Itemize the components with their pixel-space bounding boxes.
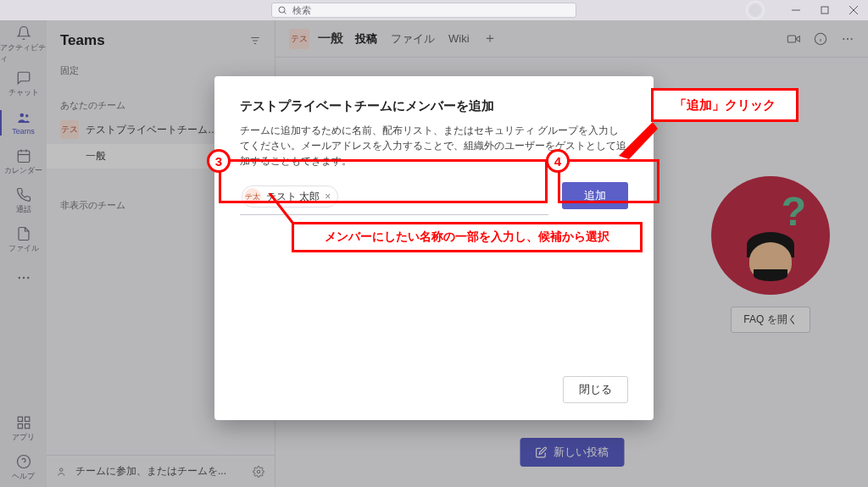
rail-help[interactable]: ヘルプ — [0, 448, 47, 487]
rail-calls[interactable]: 通話 — [0, 181, 47, 220]
rail-activity[interactable]: アクティビティ — [0, 25, 47, 64]
modal-description: チームに追加するために名前、配布リスト、またはセキュリティ グループを入力してく… — [240, 123, 628, 169]
rail-label: アクティビティ — [0, 42, 47, 64]
filter-icon[interactable] — [249, 35, 261, 47]
more-header-icon[interactable] — [841, 32, 854, 46]
people-icon — [57, 466, 69, 478]
search-placeholder: 検索 — [292, 4, 311, 17]
rail-label: 通話 — [16, 204, 31, 215]
svg-rect-17 — [25, 423, 29, 428]
apps-icon — [16, 415, 31, 430]
svg-point-12 — [18, 277, 19, 279]
teams-icon — [16, 110, 31, 125]
annotation-number-3: 3 — [207, 149, 231, 173]
user-avatar[interactable] — [746, 1, 765, 19]
global-search[interactable]: 検索 — [271, 3, 576, 18]
annotation-number-4: 4 — [546, 149, 570, 173]
info-icon[interactable] — [814, 32, 827, 46]
svg-point-32 — [847, 37, 849, 39]
calendar-icon — [16, 148, 31, 163]
annotation-note-add: 「追加」クリック — [651, 88, 798, 122]
faq-illustration: ? FAQ を開く — [698, 176, 843, 333]
tab-files[interactable]: ファイル — [391, 31, 435, 47]
window-maximize-button[interactable] — [810, 0, 839, 20]
svg-rect-3 — [821, 7, 828, 14]
faq-open-button[interactable]: FAQ を開く — [731, 307, 810, 333]
rail-chat[interactable]: チャット — [0, 64, 47, 103]
rail-more[interactable] — [0, 259, 47, 298]
tab-posts[interactable]: 投稿 — [355, 31, 377, 47]
svg-rect-18 — [18, 423, 22, 428]
rail-apps[interactable]: アプリ — [0, 409, 47, 448]
rail-files[interactable]: ファイル — [0, 220, 47, 259]
rail-label: チャット — [8, 87, 39, 98]
team-name: テストプライベートチーム… — [86, 123, 218, 137]
window-minimize-button[interactable] — [782, 0, 810, 20]
svg-rect-16 — [25, 417, 29, 421]
svg-point-14 — [27, 277, 29, 279]
video-icon[interactable] — [787, 32, 800, 46]
channels-footer: チームに参加、またはチームを... — [47, 455, 275, 487]
chip-avatar: テ太 — [244, 188, 261, 205]
window-close-button[interactable] — [839, 0, 868, 20]
file-icon — [16, 226, 31, 241]
svg-point-19 — [17, 455, 30, 468]
new-post-button[interactable]: 新しい投稿 — [520, 438, 624, 467]
help-icon — [16, 454, 31, 469]
compose-icon — [535, 446, 547, 458]
rail-label: カレンダー — [4, 165, 42, 176]
svg-marker-27 — [796, 36, 800, 42]
svg-line-35 — [270, 193, 293, 224]
svg-point-6 — [19, 113, 24, 118]
svg-rect-15 — [18, 417, 22, 421]
app-rail: アクティビティ チャット Teams カレンダー 通話 ファイル アプリ — [0, 20, 47, 487]
team-badge: テス — [60, 120, 79, 139]
channel-name: 一般 — [318, 30, 343, 47]
channels-title: Teams — [60, 32, 105, 49]
new-post-label: 新しい投稿 — [554, 445, 609, 460]
window-titlebar: 検索 — [0, 0, 868, 20]
chat-icon — [16, 70, 31, 86]
search-icon — [277, 5, 287, 15]
bell-icon — [16, 25, 31, 41]
svg-point-13 — [22, 277, 24, 279]
tab-wiki[interactable]: Wiki — [448, 32, 470, 45]
svg-point-33 — [851, 37, 853, 39]
rail-calendar[interactable]: カレンダー — [0, 142, 47, 181]
question-mark-icon: ? — [782, 188, 806, 235]
add-tab-button[interactable]: ＋ — [483, 30, 497, 47]
svg-marker-34 — [619, 122, 658, 159]
join-create-link[interactable]: チームに参加、またはチームを... — [75, 464, 226, 479]
channel-header: テス 一般 投稿 ファイル Wiki ＋ — [275, 20, 868, 58]
svg-point-25 — [257, 470, 260, 473]
chip-remove-icon[interactable]: × — [325, 191, 331, 202]
svg-point-24 — [60, 468, 64, 471]
svg-point-0 — [279, 7, 285, 13]
gear-icon[interactable] — [253, 466, 264, 478]
phone-icon — [16, 187, 31, 202]
rail-label: ヘルプ — [12, 471, 35, 482]
modal-title: テストプライベートチームにメンバーを追加 — [240, 98, 628, 114]
svg-point-31 — [843, 37, 844, 39]
rail-label: Teams — [12, 127, 35, 136]
rail-label: アプリ — [12, 432, 35, 443]
rail-teams[interactable]: Teams — [0, 103, 47, 142]
rail-label: ファイル — [8, 243, 39, 254]
more-icon — [16, 270, 31, 285]
channel-badge: テス — [289, 29, 309, 49]
add-button[interactable]: 追加 — [562, 182, 628, 209]
annotation-note-input: メンバーにしたい名称の一部を入力し、候補から選択 — [292, 222, 643, 252]
svg-rect-26 — [787, 36, 795, 42]
svg-point-7 — [25, 114, 28, 117]
svg-rect-8 — [18, 151, 30, 163]
annotation-arrow-add — [610, 119, 661, 164]
svg-line-1 — [284, 12, 286, 14]
close-button[interactable]: 閉じる — [563, 376, 628, 403]
